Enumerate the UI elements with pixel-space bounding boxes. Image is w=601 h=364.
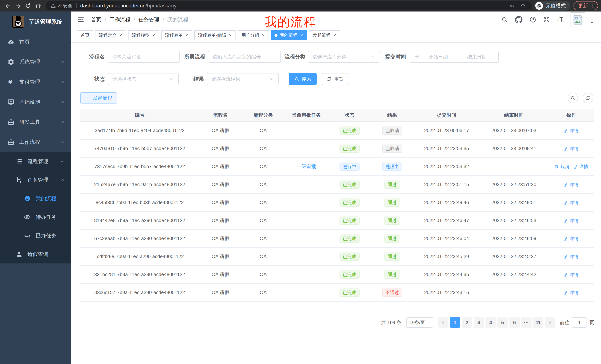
cell-category: OA: [260, 182, 267, 187]
sidebar-item-devtools[interactable]: 研发工具: [0, 112, 71, 132]
sidebar-item-workflow[interactable]: 工作流程: [0, 132, 71, 152]
close-icon[interactable]: [185, 33, 189, 37]
table-toolbar: 发起流程: [80, 92, 594, 104]
page-button-11[interactable]: 11: [533, 317, 543, 328]
cell-category: OA: [260, 254, 267, 259]
refresh-table-button[interactable]: [583, 93, 593, 103]
page-more-button[interactable]: ···: [521, 317, 531, 328]
sidebar-item-todo-task[interactable]: 待办任务: [0, 208, 71, 226]
result-select[interactable]: 请选择流结果: [207, 73, 279, 85]
fullscreen-icon[interactable]: [543, 16, 550, 23]
definition-input[interactable]: 请输入流程定义的编号: [208, 51, 281, 63]
reset-button[interactable]: 重置: [322, 73, 348, 85]
action-detail-link[interactable]: 详情: [564, 128, 579, 134]
sidebar-item-infrastructure[interactable]: 基础设施: [0, 92, 71, 112]
action-detail-link[interactable]: 详情: [564, 200, 579, 206]
action-detail-link[interactable]: 详情: [564, 182, 579, 188]
github-icon[interactable]: [515, 16, 523, 24]
show-search-toggle-button[interactable]: [568, 93, 578, 103]
action-detail-link[interactable]: 详情: [564, 254, 579, 259]
browser-reload-button[interactable]: [23, 1, 33, 11]
page-button-5[interactable]: 5: [497, 317, 508, 328]
action-detail-link[interactable]: 详情: [564, 146, 579, 152]
sidebar-item-done-task[interactable]: 已办任务: [0, 226, 71, 245]
chevron-down-icon: [371, 54, 376, 59]
avatar[interactable]: [571, 12, 585, 27]
page-button-1[interactable]: 1: [450, 317, 460, 328]
page-button-2[interactable]: 2: [462, 317, 472, 328]
sidebar-item-home[interactable]: 首页: [0, 32, 71, 52]
submit-time-range-picker[interactable]: 开始日期 - 结束日期: [410, 51, 499, 63]
sidebar-item-system[interactable]: 系统管理: [0, 52, 71, 72]
cell-end-time: 2022-01-22 23:51:20: [491, 182, 536, 187]
page-button-6[interactable]: 6: [509, 317, 520, 328]
browser-back-button[interactable]: [3, 1, 13, 11]
column-header: 当前审批任务: [285, 112, 328, 118]
tab-process-definition[interactable]: 流程定义: [95, 30, 126, 40]
page-button-3[interactable]: 3: [474, 317, 484, 328]
avatar-caret-icon[interactable]: [590, 20, 594, 25]
close-icon[interactable]: [261, 33, 265, 37]
tab-process-form-edit[interactable]: 流程表单-编辑: [194, 30, 236, 40]
close-icon[interactable]: [229, 33, 232, 37]
address-bar[interactable]: 不安全 dashboard.yudao.iocoder.cn /bpm/task…: [46, 1, 531, 10]
action-detail-link[interactable]: 详情: [564, 290, 579, 296]
browser-update-button[interactable]: 更新: [573, 1, 598, 10]
category-select[interactable]: 请选择流程分类: [308, 51, 380, 63]
tab-process-form[interactable]: 流程表单: [161, 30, 192, 40]
close-icon[interactable]: [152, 33, 156, 37]
close-icon[interactable]: [300, 33, 303, 37]
tab-home[interactable]: 首页: [77, 30, 93, 40]
page-button-4[interactable]: 4: [485, 317, 496, 328]
sidebar-item-payment[interactable]: ¥支付管理: [0, 72, 71, 92]
tab-user-group[interactable]: 用户分组: [238, 30, 269, 40]
sidebar-item-my-process[interactable]: 我的流程: [0, 189, 71, 208]
action-detail-link[interactable]: 详情: [564, 218, 579, 224]
search-button[interactable]: 搜索: [289, 73, 317, 85]
browser-home-button[interactable]: [33, 1, 43, 11]
page-size-select[interactable]: 10条/页: [406, 317, 433, 328]
font-size-icon[interactable]: TT: [557, 16, 564, 23]
breadcrumb-item[interactable]: 工作流程: [110, 16, 130, 23]
next-page-button[interactable]: [545, 317, 555, 328]
sidebar-item-leave-query[interactable]: 请假查询: [0, 245, 71, 263]
browser-forward-button[interactable]: [13, 1, 23, 11]
goto-page-input[interactable]: 1: [572, 317, 587, 328]
sidebar-item-label: 研发工具: [19, 119, 40, 126]
help-icon[interactable]: [529, 16, 536, 23]
bookmark-star-button[interactable]: [519, 2, 527, 10]
tab-start-process[interactable]: 发起流程: [309, 30, 340, 40]
status-select[interactable]: 请选择状态: [108, 73, 179, 85]
action-detail-link[interactable]: 详情: [573, 164, 588, 170]
sidebar-item-process-mgmt[interactable]: 流程管理: [0, 152, 71, 171]
breadcrumb-item[interactable]: 首页: [91, 16, 101, 23]
tab-my-process[interactable]: 我的流程: [271, 30, 307, 40]
prev-page-button[interactable]: [438, 317, 448, 328]
edit-icon: [564, 146, 568, 151]
delete-icon: [554, 164, 559, 169]
tab-process-model[interactable]: 流程模型: [128, 30, 159, 40]
action-detail-link[interactable]: 详情: [564, 272, 579, 278]
header-search-icon[interactable]: [501, 16, 508, 23]
breadcrumb-separator: /: [163, 17, 164, 23]
result-badge: 已取消: [382, 126, 402, 135]
cell-process-name: OA 请假: [211, 199, 229, 206]
action-label: 详情: [579, 164, 588, 170]
breadcrumb-item[interactable]: 任务管理: [139, 16, 159, 23]
page-size-value: 10条/页: [410, 319, 425, 326]
sidebar-item-task-mgmt[interactable]: 任务管理: [0, 171, 71, 189]
tab-label: 首页: [80, 32, 90, 38]
action-cancel-link[interactable]: 取消: [554, 164, 569, 170]
sidebar-collapse-icon[interactable]: [77, 16, 85, 24]
edit-icon: [564, 218, 568, 223]
result-badge: 通过: [384, 252, 400, 261]
close-icon[interactable]: [119, 33, 123, 37]
process-name-input[interactable]: 请输入流程名: [108, 51, 180, 63]
category-placeholder: 请选择流程分类: [312, 54, 346, 60]
start-process-button[interactable]: 发起流程: [80, 92, 117, 104]
browser-menu-icon[interactable]: [590, 3, 595, 8]
action-detail-link[interactable]: 详情: [564, 236, 579, 241]
password-key-button[interactable]: [509, 2, 516, 10]
close-icon[interactable]: [333, 33, 337, 37]
result-label: 结果: [182, 76, 204, 83]
